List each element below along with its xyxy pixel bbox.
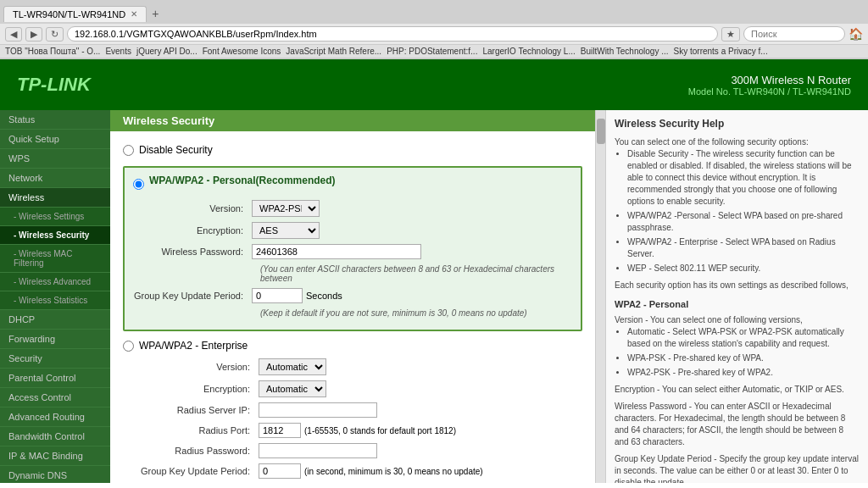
- sidebar-item-wps[interactable]: WPS: [0, 149, 110, 169]
- help-bullet-0: Disable Security - The wireless security…: [627, 148, 860, 208]
- help-version-help: Version - You can select one of followin…: [615, 314, 860, 379]
- disable-security-label[interactable]: Disable Security: [123, 144, 582, 156]
- router-model: 300M Wireless N Router Model No. TL-WR94…: [688, 74, 851, 97]
- sidebar-item-forwarding[interactable]: Forwarding: [0, 330, 110, 349]
- ent-radius-ip-label: Radius Server IP:: [140, 405, 259, 415]
- version-row: Version: WPA2-PSK Automatic WPA-PSK: [133, 200, 572, 217]
- search-input[interactable]: [743, 26, 845, 42]
- ent-group-key-input[interactable]: [259, 463, 301, 479]
- scroll-thumb[interactable]: [597, 119, 605, 144]
- ent-encryption-select[interactable]: Automatic: [259, 380, 326, 397]
- enterprise-label[interactable]: WPA/WPA2 - Enterprise: [123, 340, 582, 352]
- browser-toolbar-icons: 🏠: [849, 27, 863, 41]
- ent-radius-port-row: Radius Port: (1-65535, 0 stands for defa…: [140, 423, 582, 438]
- sidebar-item-wireless-security[interactable]: - Wireless Security: [0, 226, 110, 245]
- ent-radius-ip-input[interactable]: [259, 402, 377, 418]
- bookmark-6[interactable]: LargerIO Technology L...: [482, 47, 575, 56]
- enterprise-title: WPA/WPA2 - Enterprise: [139, 340, 248, 352]
- tab-close-button[interactable]: ✕: [131, 9, 137, 19]
- enterprise-section: WPA/WPA2 - Enterprise Version: Automatic…: [123, 340, 582, 479]
- sidebar-item-bandwidth[interactable]: Bandwidth Control: [0, 427, 110, 446]
- back-button[interactable]: ◀: [5, 27, 22, 42]
- router-body: Status Quick Setup WPS Network Wireless …: [0, 110, 868, 483]
- seconds-label: Seconds: [306, 291, 342, 301]
- sidebar-item-access[interactable]: Access Control: [0, 388, 110, 408]
- disable-security-radio[interactable]: [123, 145, 134, 156]
- sidebar-item-security[interactable]: Security: [0, 349, 110, 369]
- ent-radius-port-label: Radius Port:: [140, 425, 259, 435]
- sidebar-item-wireless-stats[interactable]: - Wireless Statistics: [0, 291, 110, 310]
- ent-radius-ip-row: Radius Server IP:: [140, 402, 582, 418]
- sidebar-item-wireless[interactable]: Wireless: [0, 188, 110, 208]
- scroll-track[interactable]: [595, 110, 605, 483]
- disable-security-text: Disable Security: [139, 144, 213, 156]
- refresh-button[interactable]: ↻: [46, 27, 64, 42]
- help-wpa-personal-title: WPA2 - Personal: [615, 298, 860, 311]
- ent-version-select[interactable]: Automatic: [259, 358, 326, 375]
- ent-radius-pass-row: Radius Password:: [140, 443, 582, 458]
- help-password: Wireless Password - You can enter ASCII …: [615, 401, 860, 448]
- home-icon[interactable]: 🏠: [849, 27, 863, 41]
- bookmark-0[interactable]: TOB "Нова Пошта" - O...: [5, 47, 100, 56]
- version-label: Version:: [133, 203, 252, 214]
- sidebar-item-quick-setup[interactable]: Quick Setup: [0, 130, 110, 149]
- ent-radius-port-input[interactable]: [259, 423, 301, 438]
- bookmark-1[interactable]: Events: [105, 47, 131, 56]
- bookmark-button[interactable]: ★: [721, 27, 740, 42]
- password-label: Wireless Password:: [133, 247, 252, 257]
- ent-group-key-row: Group Key Update Period: (in second, min…: [140, 463, 582, 479]
- sidebar-item-routing[interactable]: Advanced Routing: [0, 408, 110, 427]
- product-line: 300M Wireless N Router: [688, 74, 851, 86]
- encryption-label: Encryption:: [133, 225, 252, 236]
- sidebar-item-status[interactable]: Status: [0, 110, 110, 130]
- sidebar-item-ip-mac[interactable]: IP & MAC Binding: [0, 446, 110, 466]
- sidebar-item-dhcp[interactable]: DHCP: [0, 310, 110, 330]
- bookmark-3[interactable]: Font Awesome Icons: [203, 47, 281, 56]
- sidebar-item-network[interactable]: Network: [0, 169, 110, 188]
- help-version-bullet-2: WPA2-PSK - Pre-shared key of WPA2.: [627, 367, 860, 379]
- help-title: Wireless Security Help: [615, 117, 860, 131]
- sidebar-item-ddns[interactable]: Dynamic DNS: [0, 466, 110, 483]
- bookmark-2[interactable]: jQuery API Do...: [136, 47, 198, 56]
- group-key-input[interactable]: [252, 288, 303, 303]
- ent-version-row: Version: Automatic: [140, 358, 582, 375]
- help-version-bullet-1: WPA-PSK - Pre-shared key of WPA.: [627, 352, 860, 364]
- password-input[interactable]: [252, 244, 421, 259]
- ent-radius-pass-label: Radius Password:: [140, 446, 259, 456]
- sidebar-item-wireless-mac[interactable]: - Wireless MAC Filtering: [0, 245, 110, 273]
- ent-radius-port-note: (1-65535, 0 stands for default port 1812…: [304, 426, 456, 435]
- browser-chrome: TL-WR940N/TL-WR941ND ✕ + ◀ ▶ ↻ ★ 🏠 TOB "…: [0, 0, 868, 59]
- content-form: Disable Security WPA/WPA2 - Personal(Rec…: [110, 140, 595, 483]
- enterprise-radio[interactable]: [123, 341, 134, 352]
- help-bullet-2: WPA/WPA2 - Enterprise - Select WPA based…: [627, 236, 860, 260]
- section-title: Wireless Security: [123, 114, 214, 127]
- sidebar-item-wireless-settings[interactable]: - Wireless Settings: [0, 208, 110, 226]
- content-area: Wireless Security Disable Security: [110, 110, 595, 483]
- logo-text: TP-LINK: [17, 74, 91, 95]
- forward-button[interactable]: ▶: [25, 27, 42, 42]
- ent-encryption-label: Encryption:: [140, 384, 259, 394]
- encryption-select[interactable]: AES Automatic TKIP: [252, 222, 320, 239]
- help-version-bullet-0: Automatic - Select WPA-PSK or WPA2-PSK a…: [627, 326, 860, 350]
- sidebar-item-wireless-advanced[interactable]: - Wireless Advanced: [0, 273, 110, 291]
- help-encryption: Encryption - You can select either Autom…: [615, 384, 860, 396]
- help-note: Each security option has its own setting…: [615, 280, 860, 291]
- ent-radius-pass-input[interactable]: [259, 443, 377, 458]
- bookmark-5[interactable]: PHP: PDOStatement:f...: [387, 47, 477, 56]
- sidebar-item-parental[interactable]: Parental Control: [0, 369, 110, 388]
- tab-bar: TL-WR940N/TL-WR941ND ✕ +: [0, 0, 868, 24]
- bookmark-7[interactable]: BuiltWith Technology ...: [581, 47, 669, 56]
- wpa-personal-label[interactable]: WPA/WPA2 - Personal(Recommended): [133, 175, 572, 193]
- help-group-key: Group Key Update Period - Specify the gr…: [615, 453, 860, 483]
- url-input[interactable]: [67, 26, 718, 42]
- active-tab[interactable]: TL-WR940N/TL-WR941ND ✕: [3, 6, 147, 22]
- bookmark-8[interactable]: Sky torrents a Privacy f...: [674, 47, 768, 56]
- ent-encryption-row: Encryption: Automatic: [140, 380, 582, 397]
- tab-title: TL-WR940N/TL-WR941ND: [13, 9, 125, 19]
- disable-security-section: Disable Security: [123, 144, 582, 156]
- wpa-personal-radio[interactable]: [133, 179, 144, 190]
- router-header: TP-LINK 300M Wireless N Router Model No.…: [0, 59, 868, 110]
- version-select[interactable]: WPA2-PSK Automatic WPA-PSK: [252, 200, 320, 217]
- new-tab-button[interactable]: +: [147, 7, 164, 20]
- bookmark-4[interactable]: JavaScript Math Refere...: [286, 47, 381, 56]
